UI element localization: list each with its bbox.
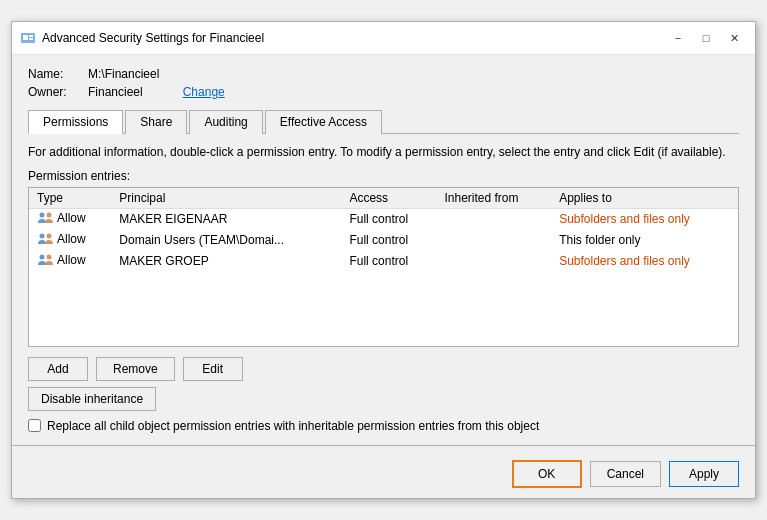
cell-type: Allow [29,230,111,251]
change-link[interactable]: Change [183,85,225,99]
svg-rect-2 [29,35,33,37]
cell-type: Allow [29,208,111,230]
name-row: Name: M:\Financieel [28,67,739,81]
svg-point-4 [40,212,45,217]
permissions-table: Type Principal Access Inherited from App… [29,188,738,272]
col-applies: Applies to [551,188,738,209]
window-icon [20,30,36,46]
replace-checkbox[interactable] [28,419,41,432]
section-label: Permission entries: [28,169,739,183]
svg-rect-3 [29,38,33,40]
col-principal: Principal [111,188,341,209]
close-button[interactable]: ✕ [721,28,747,48]
cell-principal: Domain Users (TEAM\Domai... [111,230,341,251]
replace-checkbox-label: Replace all child object permission entr… [47,419,539,433]
dialog-footer: OK Cancel Apply [12,450,755,498]
cell-inherited [436,208,551,230]
tab-permissions[interactable]: Permissions [28,110,123,134]
apply-button[interactable]: Apply [669,461,739,487]
description-text: For additional information, double-click… [28,144,739,161]
title-bar: Advanced Security Settings for Financiee… [12,22,755,55]
name-value: M:\Financieel [88,67,159,81]
col-inherited: Inherited from [436,188,551,209]
svg-point-5 [47,212,52,217]
cell-inherited [436,230,551,251]
window-title: Advanced Security Settings for Financiee… [42,31,264,45]
table-row[interactable]: Allow Domain Users (TEAM\Domai...Full co… [29,230,738,251]
cell-applies-to: Subfolders and files only [551,251,738,272]
svg-point-9 [47,254,52,259]
maximize-button[interactable]: □ [693,28,719,48]
action-buttons: Add Remove Edit [28,357,739,381]
table-row[interactable]: Allow MAKER GROEPFull controlSubfolders … [29,251,738,272]
col-access: Access [341,188,436,209]
title-bar-buttons: − □ ✕ [665,28,747,48]
svg-rect-1 [23,35,28,40]
svg-point-8 [40,254,45,259]
tab-auditing[interactable]: Auditing [189,110,262,134]
edit-button[interactable]: Edit [183,357,243,381]
svg-point-7 [47,233,52,238]
minimize-button[interactable]: − [665,28,691,48]
remove-button[interactable]: Remove [96,357,175,381]
cell-inherited [436,251,551,272]
owner-row: Owner: Financieel Change [28,85,739,99]
col-type: Type [29,188,111,209]
table-row[interactable]: Allow MAKER EIGENAARFull controlSubfolde… [29,208,738,230]
owner-label: Owner: [28,85,88,99]
add-button[interactable]: Add [28,357,88,381]
cell-principal: MAKER GROEP [111,251,341,272]
tab-share[interactable]: Share [125,110,187,134]
permissions-table-container[interactable]: Type Principal Access Inherited from App… [28,187,739,347]
tab-bar: Permissions Share Auditing Effective Acc… [28,109,739,134]
disable-inheritance-button[interactable]: Disable inheritance [28,387,156,411]
user-icon [37,253,53,267]
cell-applies-to: Subfolders and files only [551,208,738,230]
user-icon [37,211,53,225]
cell-applies-to: This folder only [551,230,738,251]
svg-point-6 [40,233,45,238]
main-window: Advanced Security Settings for Financiee… [11,21,756,499]
cell-type: Allow [29,251,111,272]
user-icon [37,232,53,246]
tab-effective-access[interactable]: Effective Access [265,110,382,134]
cell-access: Full control [341,230,436,251]
content-area: Name: M:\Financieel Owner: Financieel Ch… [12,55,755,445]
cell-access: Full control [341,208,436,230]
cell-principal: MAKER EIGENAAR [111,208,341,230]
cancel-button[interactable]: Cancel [590,461,661,487]
disable-inheritance-row: Disable inheritance [28,387,739,411]
ok-button[interactable]: OK [512,460,582,488]
title-bar-left: Advanced Security Settings for Financiee… [20,30,264,46]
name-label: Name: [28,67,88,81]
replace-checkbox-row: Replace all child object permission entr… [28,419,739,433]
cell-access: Full control [341,251,436,272]
owner-value: Financieel [88,85,143,99]
